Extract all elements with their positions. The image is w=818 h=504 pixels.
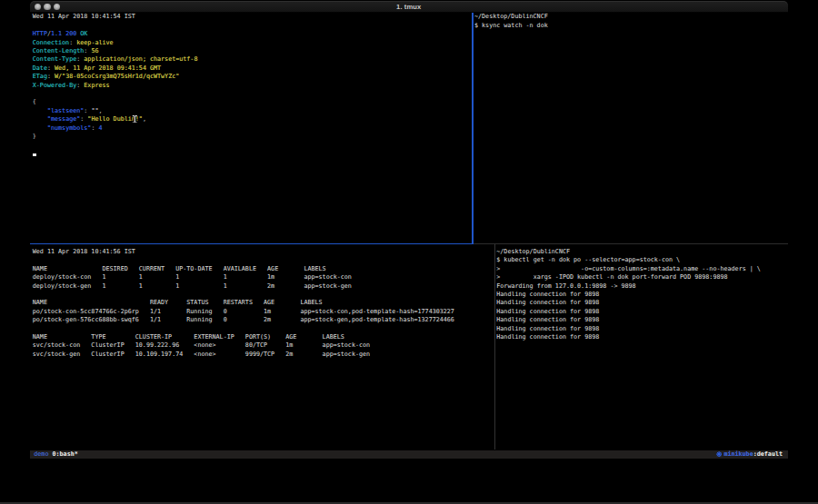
window-list-item[interactable]: 0:bash* [52, 450, 77, 460]
kube-namespace: :default [753, 450, 783, 460]
mouse-ibeam-cursor [132, 115, 138, 124]
active-pane-border-horizontal[interactable] [30, 243, 474, 245]
pane-top-right-ksync[interactable]: ~/Desktop/DublinCNCF $ ksync watch -n do… [474, 13, 548, 30]
pane-bottom-left-kubectl-get[interactable]: Wed 11 Apr 2018 10:41:56 IST NAME DESIRE… [33, 248, 454, 359]
session-name: demo [34, 450, 52, 460]
kube-context: minikube [723, 450, 753, 460]
titlebar[interactable]: 1. tmux [30, 1, 789, 14]
kubernetes-helm-icon [716, 451, 722, 457]
status-right: minikube:default [716, 450, 783, 460]
window-title: 1. tmux [30, 3, 789, 11]
pane-border-horizontal[interactable] [474, 243, 788, 244]
pane-border-vertical[interactable] [494, 244, 495, 450]
desktop: 1. tmux Wed 11 Apr 2018 10:41:54 IST HTT… [0, 0, 818, 504]
pane-top-left-httpie-output[interactable]: Wed 11 Apr 2018 10:41:54 IST HTTP/1.1 20… [33, 13, 198, 141]
pane-bottom-right-port-forward[interactable]: ~/Desktop/DublinCNCF $ kubectl get -n do… [496, 248, 761, 341]
active-pane-border-vertical[interactable] [472, 13, 474, 244]
tmux-status-bar: demo 0:bash* minikube:default [30, 450, 789, 460]
terminal-cursor [33, 153, 37, 156]
